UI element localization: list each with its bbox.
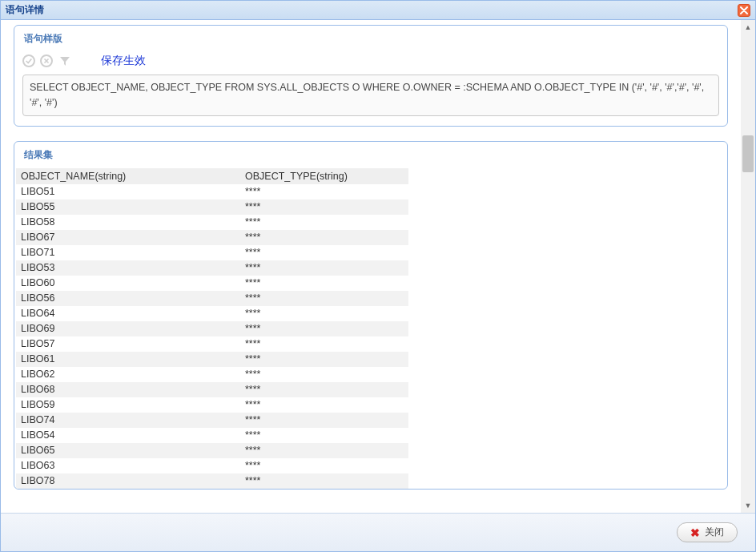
cell-object-name: LIBO56 <box>16 291 240 306</box>
table-row[interactable]: LIBO59**** <box>16 397 408 413</box>
cell-object-name: LIBO60 <box>16 276 240 291</box>
cell-object-type: **** <box>240 382 408 397</box>
table-row[interactable]: LIBO51**** <box>16 184 408 199</box>
cell-object-type: **** <box>240 321 408 336</box>
table-row[interactable]: LIBO74**** <box>16 413 408 428</box>
table-row[interactable]: LIBO61**** <box>16 352 408 367</box>
table-row[interactable]: LIBO78**** <box>16 473 408 489</box>
scroll-up-arrow-icon[interactable]: ▲ <box>741 20 755 34</box>
table-row[interactable]: LIBO68**** <box>16 382 408 397</box>
close-button[interactable]: ✖ 关闭 <box>677 522 738 542</box>
content-area: 语句样版 保存生效 SELECT OBJECT_NAME, OBJECT_TYP… <box>1 20 755 513</box>
cell-object-name: LIBO65 <box>16 443 240 458</box>
cell-object-name: LIBO78 <box>16 473 240 489</box>
save-apply-link[interactable]: 保存生效 <box>101 54 146 68</box>
close-button-label: 关闭 <box>705 526 724 539</box>
result-set-panel-title: 结果集 <box>14 142 727 167</box>
cell-object-type: **** <box>240 276 408 291</box>
window-title: 语句详情 <box>6 3 44 17</box>
cell-object-name: LIBO67 <box>16 230 240 245</box>
close-icon[interactable] <box>738 4 750 17</box>
result-table: OBJECT_NAME(string) OBJECT_TYPE(string) … <box>16 168 408 489</box>
cell-object-type: **** <box>240 306 408 321</box>
col-header-object-type[interactable]: OBJECT_TYPE(string) <box>240 168 408 184</box>
table-row[interactable]: LIBO56**** <box>16 291 408 306</box>
scroll-content: 语句样版 保存生效 SELECT OBJECT_NAME, OBJECT_TYP… <box>1 20 741 513</box>
vertical-scrollbar[interactable]: ▲ ▼ <box>741 20 755 513</box>
sql-toolbar: 保存生效 <box>14 50 727 75</box>
col-header-object-name[interactable]: OBJECT_NAME(string) <box>16 168 240 184</box>
dialog-window: 语句详情 语句样版 保存生效 <box>0 0 756 552</box>
reject-icon[interactable] <box>40 54 53 67</box>
cell-object-name: LIBO55 <box>16 199 240 215</box>
footer-bar: ✖ 关闭 <box>1 513 755 551</box>
cell-object-type: **** <box>240 184 408 199</box>
table-row[interactable]: LIBO64**** <box>16 306 408 321</box>
cell-object-type: **** <box>240 473 408 489</box>
table-row[interactable]: LIBO71**** <box>16 245 408 260</box>
table-row[interactable]: LIBO57**** <box>16 336 408 352</box>
cell-object-type: **** <box>240 215 408 230</box>
cell-object-type: **** <box>240 291 408 306</box>
cell-object-name: LIBO74 <box>16 413 240 428</box>
cell-object-name: LIBO68 <box>16 382 240 397</box>
cell-object-type: **** <box>240 352 408 367</box>
table-row[interactable]: LIBO65**** <box>16 443 408 458</box>
table-row[interactable]: LIBO67**** <box>16 230 408 245</box>
scroll-down-arrow-icon[interactable]: ▼ <box>741 498 755 513</box>
cell-object-name: LIBO62 <box>16 367 240 382</box>
sql-template-panel: 语句样版 保存生效 SELECT OBJECT_NAME, OBJECT_TYP… <box>14 25 728 127</box>
table-row[interactable]: LIBO58**** <box>16 215 408 230</box>
cell-object-type: **** <box>240 260 408 276</box>
table-row[interactable]: LIBO69**** <box>16 321 408 336</box>
cell-object-type: **** <box>240 245 408 260</box>
cell-object-name: LIBO63 <box>16 458 240 473</box>
accept-icon[interactable] <box>22 54 35 67</box>
result-set-panel: 结果集 OBJECT_NAME(string) OBJECT_TYPE(stri… <box>14 141 728 490</box>
cell-object-type: **** <box>240 336 408 352</box>
cell-object-name: LIBO64 <box>16 306 240 321</box>
cell-object-type: **** <box>240 397 408 413</box>
cell-object-name: LIBO53 <box>16 260 240 276</box>
table-row[interactable]: LIBO55**** <box>16 199 408 215</box>
cell-object-name: LIBO71 <box>16 245 240 260</box>
titlebar: 语句详情 <box>1 1 755 20</box>
table-row[interactable]: LIBO53**** <box>16 260 408 276</box>
cell-object-type: **** <box>240 230 408 245</box>
cell-object-name: LIBO59 <box>16 397 240 413</box>
close-x-icon: ✖ <box>690 527 700 538</box>
table-header-row: OBJECT_NAME(string) OBJECT_TYPE(string) <box>16 168 408 184</box>
cell-object-type: **** <box>240 428 408 443</box>
sql-template-panel-title: 语句样版 <box>14 26 727 50</box>
sql-text[interactable]: SELECT OBJECT_NAME, OBJECT_TYPE FROM SYS… <box>22 75 719 116</box>
cell-object-name: LIBO51 <box>16 184 240 199</box>
result-table-wrap: OBJECT_NAME(string) OBJECT_TYPE(string) … <box>16 168 726 489</box>
table-row[interactable]: LIBO60**** <box>16 276 408 291</box>
cell-object-type: **** <box>240 458 408 473</box>
cell-object-name: LIBO58 <box>16 215 240 230</box>
table-row[interactable]: LIBO63**** <box>16 458 408 473</box>
table-row[interactable]: LIBO54**** <box>16 428 408 443</box>
cell-object-name: LIBO57 <box>16 336 240 352</box>
cell-object-name: LIBO54 <box>16 428 240 443</box>
cell-object-type: **** <box>240 199 408 215</box>
cell-object-type: **** <box>240 413 408 428</box>
cell-object-name: LIBO69 <box>16 321 240 336</box>
cell-object-name: LIBO61 <box>16 352 240 367</box>
scrollbar-thumb[interactable] <box>742 135 754 172</box>
cell-object-type: **** <box>240 367 408 382</box>
cell-object-type: **** <box>240 443 408 458</box>
filter-icon[interactable] <box>58 54 72 68</box>
table-row[interactable]: LIBO62**** <box>16 367 408 382</box>
